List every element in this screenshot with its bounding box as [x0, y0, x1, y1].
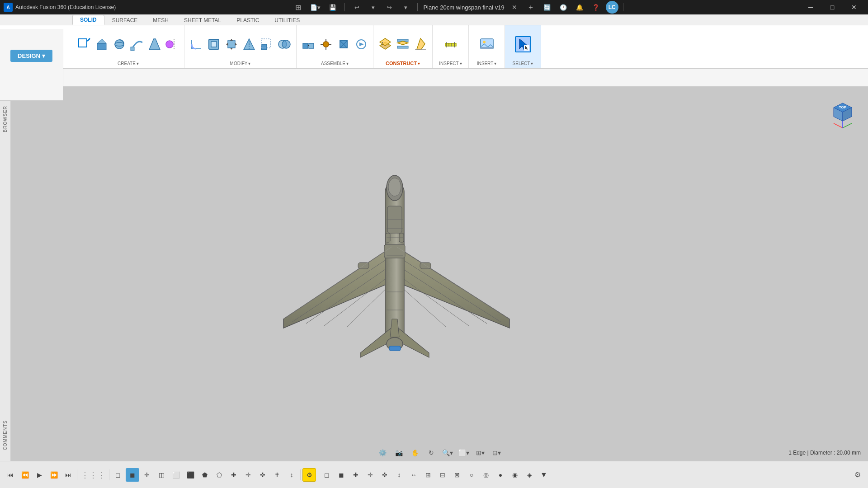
tool12[interactable]: ◎ [479, 468, 493, 482]
redo-dropdown[interactable]: ▾ [399, 1, 412, 14]
lasso-btn[interactable]: ✚ [227, 468, 241, 482]
undo-btn[interactable]: ↩ [350, 1, 363, 14]
close-btn[interactable]: ✕ [844, 0, 864, 14]
pan-btn[interactable]: ✋ [409, 446, 421, 459]
first-frame-btn[interactable]: ⏮ [4, 468, 17, 482]
new-sketch-icon[interactable] [76, 36, 92, 52]
timeline-settings-btn[interactable]: ⚙ [851, 468, 864, 482]
active-tool-btn[interactable]: ⚙ [302, 468, 316, 482]
design-button[interactable]: DESIGN ▾ [10, 50, 52, 62]
crossing-btn[interactable]: ⬛ [184, 468, 197, 482]
offset-plane-icon[interactable] [377, 36, 393, 52]
draft-icon[interactable] [241, 36, 257, 52]
arrow-btn[interactable]: ↕ [285, 468, 298, 482]
tool16[interactable]: ▼ [537, 468, 551, 482]
mirror-icon[interactable] [164, 36, 180, 52]
tab-plastic[interactable]: PLASTIC [229, 15, 267, 25]
add-tab-btn[interactable]: ＋ [524, 1, 537, 14]
move-tool-btn[interactable]: ✛ [140, 468, 154, 482]
win-select-btn[interactable]: ⬜ [169, 468, 183, 482]
tab-solid[interactable]: SOLID [72, 15, 104, 25]
free-select-btn[interactable]: ✜ [256, 468, 269, 482]
fillet-icon[interactable] [188, 36, 204, 52]
tool9[interactable]: ⊟ [436, 468, 449, 482]
orbit-btn[interactable]: ↻ [425, 446, 438, 459]
assemble-label[interactable]: ASSEMBLE ▾ [321, 61, 349, 66]
display-mode-btn[interactable]: ⬜▾ [458, 446, 470, 459]
comments-label[interactable]: COMMENTS [3, 420, 8, 450]
frame-select-btn[interactable]: ✝ [270, 468, 284, 482]
grid-btn[interactable]: ⊞ [292, 1, 304, 14]
tab-close-btn[interactable]: ✕ [508, 1, 521, 14]
help-btn[interactable]: ❓ [590, 1, 602, 14]
tab-utilities[interactable]: UTILITIES [267, 15, 307, 25]
create-label[interactable]: CREATE ▾ [118, 61, 139, 66]
shell-icon[interactable] [206, 36, 222, 52]
tab-mesh[interactable]: MESH [145, 15, 176, 25]
tool6[interactable]: ↕ [392, 468, 406, 482]
account-btn[interactable]: LC [606, 1, 618, 14]
browser-label[interactable]: BROWSER [3, 106, 8, 132]
refresh-btn[interactable]: 🔄 [541, 1, 553, 14]
insert-label[interactable]: INSERT ▾ [477, 61, 497, 66]
tab-sheet-metal[interactable]: SHEET METAL [176, 15, 229, 25]
measure-icon[interactable] [443, 36, 459, 52]
last-frame-btn[interactable]: ⏭ [61, 468, 75, 482]
next-frame-btn[interactable]: ⏩ [47, 468, 61, 482]
modify-label[interactable]: MODIFY ▾ [230, 61, 251, 66]
sketch-tool-btn[interactable]: ◼ [126, 468, 139, 482]
timeline-handle[interactable]: ⋮⋮⋮ [79, 470, 107, 480]
layout-btn[interactable]: ⊟▾ [490, 446, 503, 459]
tool13[interactable]: ● [494, 468, 507, 482]
tab-surface[interactable]: SURFACE [104, 15, 146, 25]
camera-btn[interactable]: 📷 [392, 446, 405, 459]
grid-toggle-btn[interactable]: ⊞▾ [474, 446, 486, 459]
canvas-area[interactable]: TOP ⚙️ 📷 ✋ ↻ 🔍▾ ⬜▾ ⊞▾ ⊟▾ 1 Edge | Diamet… [11, 87, 868, 461]
construct-label[interactable]: CONSTRUCT ▾ [386, 61, 420, 66]
plane-at-angle-icon[interactable] [412, 36, 429, 52]
tool2[interactable]: ◼ [335, 468, 348, 482]
tool11[interactable]: ○ [465, 468, 478, 482]
motion-icon[interactable] [353, 36, 369, 52]
view-cube[interactable]: TOP [825, 94, 861, 130]
tool14[interactable]: ◉ [508, 468, 522, 482]
tool10[interactable]: ⊠ [450, 468, 464, 482]
select-label[interactable]: SELECT ▾ [513, 61, 533, 66]
sweep-icon[interactable] [129, 36, 145, 52]
prev-frame-btn[interactable]: ⏪ [18, 468, 32, 482]
inspect-label[interactable]: INSPECT ▾ [439, 61, 462, 66]
insert-image-icon[interactable] [479, 36, 495, 52]
extrude-icon[interactable] [94, 36, 110, 52]
tool3[interactable]: ✚ [349, 468, 363, 482]
select-icon[interactable] [515, 36, 531, 52]
tool15[interactable]: ◈ [523, 468, 536, 482]
lasso2-btn[interactable]: ✛ [241, 468, 255, 482]
rigid-icon[interactable] [335, 36, 352, 52]
crossing2-btn[interactable]: ⬠ [212, 468, 226, 482]
assemble-icon[interactable] [300, 36, 316, 52]
tool1[interactable]: ◻ [320, 468, 334, 482]
notifications-btn[interactable]: 🔔 [573, 1, 586, 14]
tool4[interactable]: ✛ [363, 468, 377, 482]
tool5[interactable]: ✜ [378, 468, 392, 482]
midplane-icon[interactable] [395, 36, 411, 52]
select-tool-btn[interactable]: ◻ [111, 468, 125, 482]
tool7[interactable]: ↔ [407, 468, 420, 482]
loft-icon[interactable] [146, 36, 163, 52]
revolve-icon[interactable] [111, 36, 127, 52]
maximize-btn[interactable]: □ [822, 0, 843, 14]
new-file-btn[interactable]: 📄▾ [308, 1, 323, 14]
minimize-btn[interactable]: ─ [800, 0, 821, 14]
joint-icon[interactable] [318, 36, 334, 52]
redo-btn[interactable]: ↪ [383, 1, 396, 14]
display-settings-btn[interactable]: ⚙️ [376, 446, 389, 459]
tool8[interactable]: ⊞ [421, 468, 435, 482]
play-btn[interactable]: ▶ [33, 468, 46, 482]
freeform-btn[interactable]: ⬟ [198, 468, 212, 482]
save-btn[interactable]: 💾 [326, 1, 339, 14]
undo-dropdown[interactable]: ▾ [367, 1, 379, 14]
move-icon[interactable] [223, 36, 240, 52]
zoom-dropdown[interactable]: 🔍▾ [441, 446, 454, 459]
combine-icon[interactable] [276, 36, 292, 52]
history-btn[interactable]: 🕐 [557, 1, 570, 14]
